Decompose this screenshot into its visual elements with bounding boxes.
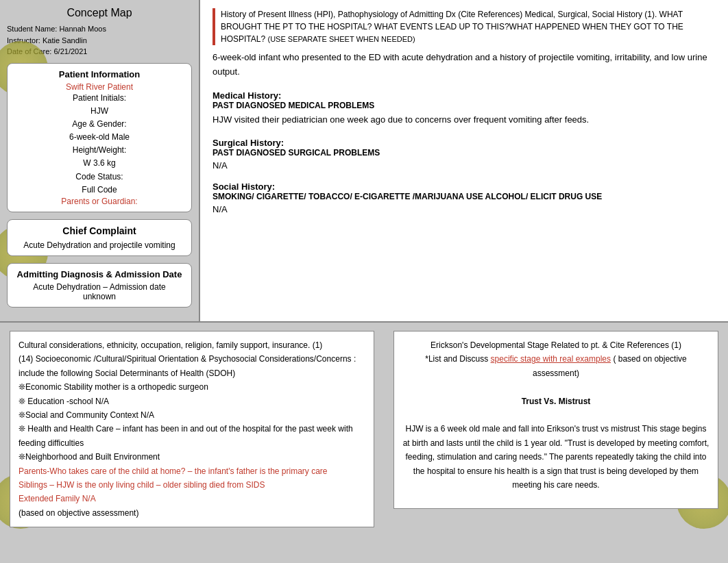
concept-map-title: Concept Map	[7, 7, 192, 19]
parents-label: Parents or Guardian:	[16, 197, 183, 206]
bottom-left-title: Cultural considerations, ethnicity, occu…	[19, 338, 365, 352]
surgical-history-header: Surgical History:	[213, 138, 716, 148]
age-gender-label: Age & Gender:	[16, 118, 183, 131]
bottom-right-stage-body: HJW is a 6 week old male and fall into E…	[402, 422, 709, 492]
patient-initials: HJW	[16, 105, 183, 118]
social-history-subheader: SMOKING/ CIGARETTE/ TOBACCO/ E-CIGARETTE…	[213, 192, 716, 201]
bottom-section: Cultural considerations, ethnicity, occu…	[0, 321, 728, 536]
age-gender: 6-week-old Male	[16, 131, 183, 144]
bottom-left-content: Cultural considerations, ethnicity, occu…	[10, 331, 374, 527]
bottom-left: Cultural considerations, ethnicity, occu…	[0, 323, 384, 536]
list-item: ❊Social and Community Context N/A	[19, 408, 365, 422]
bottom-right-title: Erickson's Developmental Stage Related t…	[402, 338, 709, 352]
height-weight: W 3.6 kg	[16, 157, 183, 170]
bottom-right: Erickson's Developmental Stage Related t…	[384, 323, 728, 536]
surgical-history-subheader: PAST DIAGNOSED SURGICAL PROBLEMS	[213, 148, 716, 158]
student-name: Student Name: Hannah Moos	[7, 23, 192, 35]
top-section: Concept Map Student Name: Hannah Moos In…	[0, 0, 728, 321]
code-status: Full Code	[16, 184, 183, 197]
bottom-left-items: ❊Economic Stability mother is a orthoped…	[19, 380, 365, 464]
list-item: ❊Economic Stability mother is a orthoped…	[19, 380, 365, 394]
chief-complaint-title: Chief Complaint	[16, 225, 183, 236]
hpi-body: 6-week-old infant who presented to the E…	[213, 51, 716, 79]
list-item: ❊ Education -school N/A	[19, 395, 365, 408]
social-history-body: N/A	[213, 204, 716, 214]
admission-content: Acute Dehydration – Admission date unkno…	[16, 282, 183, 301]
patient-info-title: Patient Information	[16, 69, 183, 79]
social-history-header: Social History:	[213, 182, 716, 192]
bottom-right-content: Erickson's Developmental Stage Related t…	[393, 331, 718, 509]
instructor: Instructor: Katie Sandlin	[7, 35, 192, 47]
surgical-history-section: Surgical History: PAST DIAGNOSED SURGICA…	[213, 138, 716, 171]
bottom-left-assessment-note: (based on objective assessment)	[19, 506, 365, 520]
left-panel: Concept Map Student Name: Hannah Moos In…	[0, 0, 199, 321]
medical-history-body: HJW visited their pediatrician one week …	[213, 113, 716, 127]
patient-info-box: Patient Information Swift River Patient …	[7, 63, 192, 213]
bottom-right-subtitle: *List and Discuss	[425, 354, 488, 364]
bottom-left-siblings: Siblings – HJW is the only living child …	[19, 478, 365, 492]
hpi-header: History of Present Illness (HPI), Pathop…	[213, 8, 716, 45]
code-status-label: Code Status:	[16, 171, 183, 184]
page-wrapper: Concept Map Student Name: Hannah Moos In…	[0, 0, 728, 563]
medical-history-subheader: PAST DIAGNOSED MEDICAL PROBLEMS	[213, 101, 716, 110]
right-panel: History of Present Illness (HPI), Pathop…	[199, 0, 728, 321]
bottom-right-stage-name: Trust Vs. Mistrust	[402, 395, 709, 408]
medical-history-section: Medical History: PAST DIAGNOSED MEDICAL …	[213, 90, 716, 127]
medical-history-header: Medical History:	[213, 90, 716, 101]
list-item: ❊ Health and Health Care – infant has be…	[19, 422, 365, 450]
chief-complaint-content: Acute Dehydration and projectile vomitin…	[16, 240, 183, 250]
admission-title: Admitting Diagnosis & Admission Date	[16, 269, 183, 279]
bottom-right-subtitle-row: *List and Discuss specific stage with re…	[402, 352, 709, 380]
bottom-left-parents: Parents-Who takes care of the child at h…	[19, 464, 365, 478]
admission-box: Admitting Diagnosis & Admission Date Acu…	[7, 263, 192, 308]
list-item: ❊Neighborhood and Built Environment	[19, 450, 365, 464]
surgical-history-body: N/A	[213, 160, 716, 171]
patient-initials-label: Patient Initials:	[16, 92, 183, 105]
chief-complaint-box: Chief Complaint Acute Dehydration and pr…	[7, 219, 192, 256]
patient-name: Swift River Patient	[16, 82, 183, 92]
social-history-section: Social History: SMOKING/ CIGARETTE/ TOBA…	[213, 182, 716, 214]
bottom-left-socioeconomic: (14) Socioeconomic /Cultural/Spiritual O…	[19, 352, 365, 380]
height-weight-label: Height/Weight:	[16, 144, 183, 157]
hpi-header-note: (USE SEPARATE SHEET WHEN NEEDED)	[267, 35, 415, 43]
bottom-right-highlight: specific stage with real examples	[491, 354, 611, 364]
bottom-left-extended-family: Extended Family N/A	[19, 492, 365, 505]
